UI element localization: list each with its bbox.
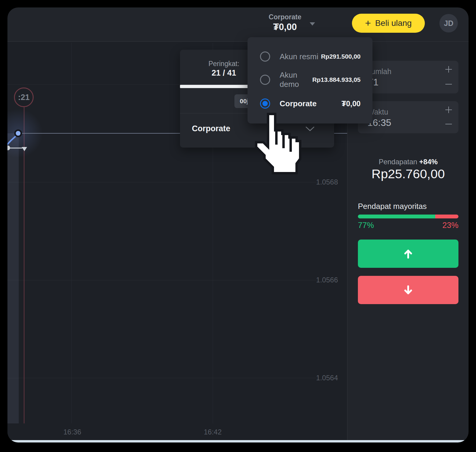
income-label: Pendapatan [379,158,417,166]
majority-bar-up [358,215,435,218]
price-axis-label: 1.0564 [302,374,338,382]
grid-line-horizontal [7,280,317,280]
radio-unselected-icon[interactable] [260,51,270,62]
chevron-down-icon [305,126,315,132]
account-item-balance: Rp13.884.933,05 [312,76,361,83]
price-axis-label: 1.0566 [302,276,338,284]
account-item-balance: ₮0,00 [342,99,361,108]
buy-again-button[interactable]: + Beli ulang [352,14,425,33]
cursor-icon [251,112,304,176]
amount-decrease-button[interactable] [444,79,454,89]
buy-again-label: Beli ulang [375,18,412,28]
account-menu-item-real[interactable]: Akun resmi Rp291.500,00 [248,46,372,67]
time-axis-label: 16:36 [54,428,90,436]
arrow-down-icon [401,283,415,297]
caret-down-icon [310,22,315,26]
account-item-label: Akun demo [280,71,312,89]
account-switcher-balance: ₮0,00 [263,22,307,32]
account-item-balance: Rp291.500,00 [321,53,361,60]
grid-line-horizontal [7,182,317,182]
majority-up-percent: 77% [358,221,374,230]
expiry-countdown-badge: :21 [14,87,34,107]
arrow-up-icon [401,247,415,261]
price-axis-label: 1.0568 [302,178,338,186]
income-amount: Rp25.760,00 [347,167,469,181]
amount-card[interactable]: Jumlah ₮1 [358,61,458,93]
time-decrease-button[interactable] [444,119,454,129]
time-card[interactable]: Waktu 16:35 [358,101,458,133]
strike-marker-icon [22,147,27,151]
app-window: Corporate ₮0,00 + Beli ulang JD 1.0568 1… [7,7,469,442]
income-line: Pendapatan +84% [347,158,469,166]
header: Corporate ₮0,00 + Beli ulang JD [7,7,469,42]
account-menu: Akun resmi Rp291.500,00 Akun demo Rp13.8… [248,37,372,123]
plus-icon: + [365,18,371,28]
majority-title: Pendapat mayoritas [358,202,427,211]
grid-line-horizontal [7,378,317,378]
account-item-label: Corporate [280,99,342,108]
purchase-zone-band [7,133,19,423]
account-switcher-label: Corporate [263,13,307,21]
buy-down-button[interactable] [358,276,458,304]
grid-line-vertical [71,43,72,423]
avatar[interactable]: JD [439,14,458,32]
account-select-value: Corporate [192,124,230,133]
account-menu-item-demo[interactable]: Akun demo Rp13.884.933,05 [248,69,372,90]
majority-down-percent: 23% [442,221,458,230]
buy-up-button[interactable] [358,240,458,268]
time-axis-label: 16:42 [195,428,231,436]
time-increase-button[interactable] [444,105,454,115]
majority-bar-down [435,215,458,218]
account-switcher[interactable]: Corporate ₮0,00 [263,13,307,32]
majority-bar [358,215,458,218]
current-price-dot [14,129,22,137]
majority-percents: 77% 23% [358,221,458,230]
account-item-label: Akun resmi [280,52,321,61]
radio-unselected-icon[interactable] [260,75,270,85]
amount-increase-button[interactable] [444,64,454,74]
account-menu-item-corporate[interactable]: Corporate ₮0,00 [248,93,372,114]
income-percent: +84% [419,158,438,166]
radio-selected-icon[interactable] [260,98,270,109]
